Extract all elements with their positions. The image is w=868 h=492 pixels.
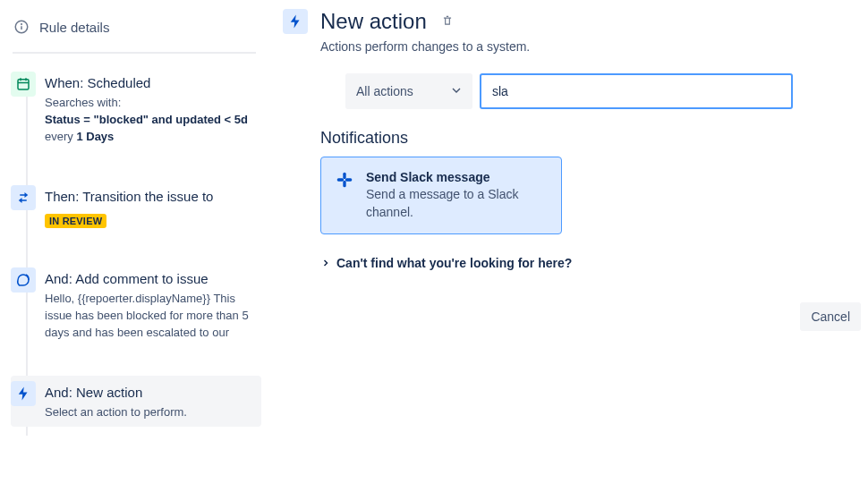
step-comment[interactable]: And: Add comment to issue Hello, {{repoe…: [11, 262, 261, 347]
steps-timeline: When: Scheduled Searches with: Status = …: [7, 66, 261, 436]
cancel-button[interactable]: Cancel: [800, 302, 861, 331]
trash-icon[interactable]: [441, 14, 454, 30]
cant-find-link[interactable]: Can't find what you're looking for here?: [320, 256, 864, 270]
step-when-query: Status = "blocked" and updated < 5d: [45, 113, 248, 126]
step-comment-title: And: Add comment to issue: [45, 270, 258, 288]
step-comment-body: Hello, {{repoerter.displayName}} This is…: [45, 291, 258, 342]
svg-rect-8: [343, 181, 345, 188]
rule-details-label: Rule details: [39, 20, 109, 35]
main-panel: New action Actions perform changes to a …: [268, 0, 868, 492]
svg-rect-7: [343, 173, 345, 180]
step-new-action[interactable]: And: New action Select an action to perf…: [11, 376, 261, 427]
info-icon: [13, 18, 30, 36]
step-then-title: Then: Transition the issue to: [45, 188, 258, 206]
divider: [13, 52, 256, 54]
actions-filter-dropdown[interactable]: All actions: [345, 73, 472, 109]
chevron-down-icon: [449, 83, 464, 100]
comment-icon: [11, 267, 36, 293]
svg-rect-9: [337, 178, 345, 181]
calendar-icon: [11, 72, 36, 97]
lightning-icon: [283, 9, 308, 34]
step-when[interactable]: When: Scheduled Searches with: Status = …: [11, 66, 261, 151]
status-lozenge: IN REVIEW: [45, 214, 106, 228]
page-title: New action: [320, 9, 427, 34]
action-card-desc: Send a message to a Slack channel.: [366, 186, 547, 221]
subtitle: Actions perform changes to a system.: [320, 39, 864, 54]
step-when-title: When: Scheduled: [45, 74, 258, 92]
step-when-sub: Searches with: Status = "blocked" and up…: [45, 95, 258, 146]
svg-rect-3: [18, 80, 29, 89]
action-card-slack[interactable]: Send Slack message Send a message to a S…: [320, 157, 562, 234]
slack-icon: [336, 171, 353, 221]
search-row: All actions: [345, 73, 864, 109]
svg-rect-10: [345, 178, 353, 181]
step-when-searches-label: Searches with:: [45, 96, 121, 109]
section-notifications: Notifications: [320, 129, 864, 148]
rule-details-link[interactable]: Rule details: [7, 9, 261, 52]
step-when-every-prefix: every: [45, 130, 76, 143]
step-new-action-body: Select an action to perform.: [45, 404, 258, 421]
transition-icon: [11, 185, 36, 210]
step-when-every-value: 1 Days: [76, 130, 114, 143]
main-header: New action: [283, 9, 864, 34]
step-then[interactable]: Then: Transition the issue to IN REVIEW: [11, 180, 261, 233]
step-new-action-title: And: New action: [45, 384, 258, 402]
lightning-icon: [11, 381, 36, 406]
svg-point-2: [21, 24, 22, 25]
action-search-input[interactable]: [480, 73, 793, 109]
chevron-right-icon: [320, 257, 331, 271]
dropdown-label: All actions: [356, 84, 413, 98]
sidebar: Rule details When: Scheduled Searches wi…: [0, 0, 268, 492]
action-card-title: Send Slack message: [366, 170, 547, 184]
cant-find-label: Can't find what you're looking for here?: [336, 256, 572, 270]
